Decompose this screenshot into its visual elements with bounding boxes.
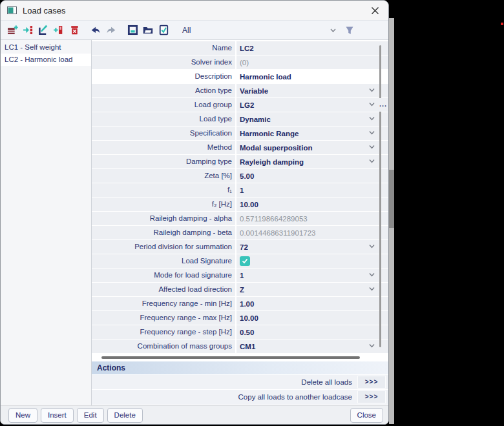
property-row: MethodModal superposition <box>92 141 388 154</box>
action-execute-button[interactable]: >>> <box>357 391 386 403</box>
background-scrollbar-thumb[interactable] <box>389 170 394 228</box>
title-bar: Load cases <box>1 1 388 20</box>
property-label: Action type <box>92 84 235 97</box>
loadcase-filter-combo[interactable]: All <box>178 23 337 38</box>
chevron-down-icon[interactable] <box>368 101 375 107</box>
checkbox-checked-icon[interactable] <box>240 256 250 266</box>
property-field[interactable]: Dynamic <box>235 112 377 126</box>
open-folder-icon[interactable] <box>142 24 154 37</box>
property-field[interactable]: Harmonic Range <box>235 127 377 140</box>
property-field[interactable]: LC2 <box>235 41 377 55</box>
property-field[interactable]: Modal superposition <box>235 141 377 154</box>
chevron-down-icon[interactable] <box>368 116 375 121</box>
property-label: Load type <box>92 112 235 126</box>
property-field[interactable]: 1 <box>235 269 377 282</box>
property-row: Affected load directionZ <box>92 283 388 296</box>
horizontal-scrollbar[interactable] <box>101 356 360 359</box>
check-document-icon[interactable] <box>157 24 170 37</box>
property-row: Solver index(0) <box>92 56 388 69</box>
property-label: f₂ [Hz] <box>92 198 235 211</box>
filter-icon[interactable] <box>343 24 356 37</box>
property-row: Zeta [%]5.00 <box>92 169 388 183</box>
property-field[interactable]: LG2 <box>235 98 377 112</box>
property-field[interactable]: 0.50 <box>235 325 377 339</box>
property-row: Damping typeRayleigh damping <box>92 155 388 168</box>
chevron-down-icon[interactable] <box>330 28 337 33</box>
close-button[interactable]: Close <box>350 408 383 423</box>
property-value: 0.571198664289053 <box>240 215 308 223</box>
property-label: Damping type <box>92 155 235 168</box>
property-field[interactable]: Z <box>235 283 377 296</box>
table-view-icon[interactable] <box>126 24 139 37</box>
toolbar-group <box>6 24 81 37</box>
chevron-down-icon[interactable] <box>368 243 375 249</box>
property-value: 1 <box>240 187 244 194</box>
edit-loadcase-icon[interactable] <box>37 24 50 37</box>
property-field[interactable]: 0.571198664289053 <box>235 212 377 225</box>
property-row: Action typeVariable <box>92 84 388 97</box>
chevron-down-icon[interactable] <box>368 158 375 164</box>
edit-button[interactable]: Edit <box>77 408 104 423</box>
horizontal-scrollbar-track <box>92 354 388 361</box>
chevron-down-icon[interactable] <box>368 272 375 278</box>
load-case-list-item[interactable]: LC1 - Self weight <box>1 41 91 54</box>
property-field[interactable]: 10.00 <box>235 311 377 325</box>
property-field[interactable]: (0) <box>235 56 377 69</box>
add-loadcase-icon[interactable] <box>6 24 19 37</box>
property-label: f₁ <box>92 183 235 197</box>
property-field[interactable]: 5.00 <box>235 169 377 183</box>
property-field[interactable] <box>235 254 377 268</box>
delete-button[interactable]: Delete <box>107 408 143 423</box>
chevron-down-icon[interactable] <box>368 130 375 136</box>
property-label: Load Signature <box>92 254 235 268</box>
action-row: Delete all loads>>> <box>92 375 388 389</box>
property-label: Description <box>92 70 235 83</box>
undo-icon[interactable] <box>89 24 102 37</box>
property-value: 10.00 <box>240 201 258 208</box>
property-field[interactable]: Rayleigh damping <box>235 155 377 168</box>
property-label: Zeta [%] <box>92 169 235 183</box>
property-row: Combination of mass groupsCM1 <box>92 340 388 353</box>
chevron-down-icon[interactable] <box>368 343 375 349</box>
close-icon[interactable] <box>368 3 382 17</box>
property-row: Load groupLG2... <box>92 98 388 112</box>
property-value: Modal superposition <box>240 144 312 152</box>
delete-loadcase-icon[interactable] <box>68 24 81 37</box>
ellipsis-button[interactable]: ... <box>378 98 388 110</box>
chevron-down-icon[interactable] <box>368 144 375 150</box>
property-value: 0.00144686311901723 <box>240 229 315 237</box>
property-field[interactable]: 72 <box>235 240 377 254</box>
property-row: NameLC2 <box>92 41 388 55</box>
property-row: DescriptionHarmonic load <box>92 70 388 83</box>
vertical-scrollbar[interactable] <box>379 45 381 347</box>
property-field[interactable]: 10.00 <box>235 198 377 211</box>
load-case-list-item[interactable]: LC2 - Harmonic load <box>1 54 91 66</box>
action-execute-button[interactable]: >>> <box>357 376 386 389</box>
property-value: LC2 <box>240 45 254 52</box>
property-field[interactable]: 1 <box>235 183 377 197</box>
property-field[interactable]: 1.00 <box>235 297 377 310</box>
action-label: Copy all loads to another loadcase <box>238 393 352 401</box>
load-case-list: LC1 - Self weightLC2 - Harmonic load <box>1 40 92 405</box>
property-field[interactable]: 0.00144686311901723 <box>235 226 377 239</box>
new-button[interactable]: New <box>8 408 37 423</box>
insert-button[interactable]: Insert <box>41 408 74 423</box>
redo-icon[interactable] <box>105 24 118 37</box>
property-value: (0) <box>240 59 249 66</box>
actions-header-label: Actions <box>97 363 125 372</box>
background-scrollbar-track[interactable] <box>389 18 394 424</box>
chevron-down-icon[interactable] <box>368 87 375 93</box>
copy-loadcase-icon[interactable] <box>52 24 65 37</box>
insert-loadcase-icon[interactable] <box>21 24 34 37</box>
property-value: 1.00 <box>240 300 254 308</box>
chevron-down-icon[interactable] <box>368 286 375 292</box>
property-row: f₂ [Hz]10.00 <box>92 198 388 211</box>
property-field[interactable]: Harmonic load <box>235 70 377 83</box>
property-field[interactable]: Variable <box>235 84 377 97</box>
property-row: Frequency range - step [Hz]0.50 <box>92 325 388 339</box>
property-label: Name <box>92 41 235 55</box>
toolbar-group <box>126 24 170 37</box>
property-row: Period division for summation72 <box>92 240 388 254</box>
footer-bar: NewInsertEditDelete Close <box>1 405 388 424</box>
property-field[interactable]: CM1 <box>235 340 377 353</box>
